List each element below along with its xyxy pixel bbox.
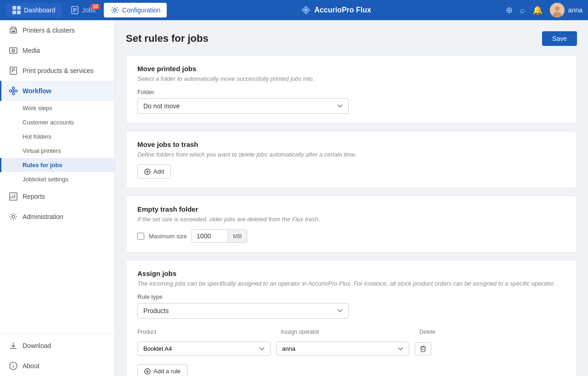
add-folder-button[interactable]: Add	[137, 164, 171, 179]
max-size-input-group: MB	[192, 229, 247, 243]
sidebar-item-printers-clusters[interactable]: Printers & clusters	[0, 20, 114, 40]
nav-tab-jobs[interactable]: Jobs 10	[64, 3, 102, 17]
max-size-row: Maximum size MB	[137, 229, 565, 243]
page-header: Set rules for jobs Save	[126, 31, 577, 46]
svg-rect-0	[12, 6, 16, 10]
sidebar-item-media[interactable]: Media	[0, 40, 114, 61]
sidebar-label-administration: Administration	[23, 213, 63, 220]
rule-type-select[interactable]: Products	[137, 303, 349, 319]
add-icon[interactable]: ⊕	[506, 5, 513, 15]
avatar-image	[550, 3, 565, 17]
page-title: Set rules for jobs	[126, 33, 209, 45]
max-size-label: Maximum size	[149, 233, 187, 240]
topnav-right: ⊕ ⌕ 🔔 anna	[506, 3, 582, 17]
nav-tab-configuration[interactable]: Configuration	[104, 3, 167, 17]
rule-type-label: Rule type	[137, 293, 565, 300]
operator-select[interactable]: anna	[276, 342, 409, 356]
brand-icon	[301, 6, 311, 15]
assign-jobs-title: Assign jobs	[137, 269, 565, 277]
nav-tab-configuration-label: Configuration	[122, 6, 160, 14]
sidebar-label-printers: Printers & clusters	[23, 27, 75, 34]
about-icon	[9, 361, 18, 370]
admin-icon	[9, 212, 18, 221]
workflow-subitems: Work steps Customer accounts Hot folders…	[0, 101, 114, 186]
svg-rect-13	[11, 31, 15, 32]
move-jobs-to-trash-desc: Define folders from which you want to de…	[137, 151, 565, 158]
media-icon	[9, 46, 18, 55]
card-assign-jobs: Assign jobs The incoming jobs can be spe…	[126, 260, 577, 376]
dashboard-icon	[12, 6, 21, 15]
nav-tab-dashboard[interactable]: Dashboard	[6, 3, 62, 17]
svg-rect-18	[10, 67, 17, 74]
sidebar-item-about[interactable]: About	[0, 356, 114, 376]
col-header-product: Product	[137, 329, 275, 335]
svg-point-17	[13, 50, 14, 51]
svg-point-35	[13, 364, 14, 365]
sidebar: Printers & clusters Media Print products…	[0, 20, 115, 376]
sidebar-label-reports: Reports	[23, 193, 45, 200]
sidebar-item-administration[interactable]: Administration	[0, 207, 114, 227]
max-size-unit: MB	[228, 230, 247, 243]
sidebar-sub-hot-folders[interactable]: Hot folders	[0, 129, 114, 144]
username: anna	[568, 6, 582, 14]
product-select[interactable]: Booklet A4	[137, 342, 271, 356]
sidebar-label-workflow: Workflow	[23, 87, 51, 95]
move-jobs-to-trash-title: Move jobs to trash	[137, 140, 565, 148]
sidebar-item-print-products[interactable]: Print products & services	[0, 61, 114, 81]
col-header-delete: Delete	[419, 329, 447, 335]
card-move-jobs-to-trash: Move jobs to trash Define folders from w…	[126, 131, 577, 188]
svg-point-32	[12, 215, 15, 218]
sidebar-item-workflow[interactable]: Workflow	[0, 81, 114, 101]
sidebar-sub-customer-accounts[interactable]: Customer accounts	[0, 115, 114, 129]
svg-rect-2	[12, 11, 16, 14]
folder-select[interactable]: Do not move	[137, 98, 349, 114]
empty-trash-title: Empty trash folder	[137, 205, 565, 213]
add-rule-circle-icon	[144, 368, 151, 375]
empty-trash-desc: If the set size is exceeded, older jobs …	[137, 216, 565, 223]
sidebar-sub-rules-for-jobs[interactable]: Rules for jobs	[0, 158, 114, 172]
max-size-input[interactable]	[192, 229, 228, 243]
jobs-badge: 10	[90, 4, 100, 10]
svg-point-24	[12, 93, 15, 95]
add-folder-label: Add	[153, 168, 164, 175]
printer-icon	[9, 26, 18, 35]
sidebar-sub-virtual-printers[interactable]: Virtual printers	[0, 144, 114, 158]
sidebar-item-download[interactable]: Download	[0, 336, 114, 356]
max-size-checkbox[interactable]	[137, 233, 144, 240]
svg-point-10	[555, 6, 560, 11]
notifications-icon[interactable]: 🔔	[532, 5, 543, 15]
sidebar-label-media: Media	[23, 47, 40, 54]
avatar	[550, 3, 565, 17]
app-brand: AccurioPro Flux	[169, 6, 503, 15]
sidebar-sub-jobticket-settings[interactable]: Jobticket settings	[0, 172, 114, 186]
user-menu[interactable]: anna	[550, 3, 582, 17]
col-header-operator: Assign operator	[281, 329, 414, 335]
add-rule-button[interactable]: Add a rule	[137, 364, 187, 376]
add-circle-icon	[144, 168, 151, 175]
search-icon[interactable]: ⌕	[520, 6, 525, 15]
move-printed-jobs-desc: Select a folder to automatically move su…	[137, 75, 565, 82]
print-products-icon	[9, 66, 18, 75]
svg-rect-1	[17, 6, 21, 10]
jobs-icon	[70, 6, 79, 15]
table-row: Booklet A4 anna	[137, 342, 565, 356]
topnav: Dashboard Jobs 10 Configuration AccurioP…	[0, 0, 588, 20]
svg-point-22	[10, 90, 12, 92]
assign-table: Product Assign operator Delete Booklet A…	[137, 326, 565, 356]
sidebar-sub-work-steps[interactable]: Work steps	[0, 101, 114, 115]
folder-label: Folder	[137, 89, 565, 95]
card-empty-trash: Empty trash folder If the set size is ex…	[126, 196, 577, 253]
sidebar-item-reports[interactable]: Reports	[0, 186, 114, 207]
svg-point-23	[12, 87, 15, 90]
card-move-printed-jobs: Move printed jobs Select a folder to aut…	[126, 55, 577, 123]
assign-table-header: Product Assign operator Delete	[137, 326, 565, 338]
move-printed-jobs-title: Move printed jobs	[137, 65, 565, 73]
delete-row-button[interactable]	[415, 342, 431, 355]
svg-point-25	[15, 90, 17, 92]
trash-icon	[420, 346, 426, 352]
download-icon	[9, 341, 18, 350]
sidebar-label-download: Download	[23, 342, 51, 349]
save-button[interactable]: Save	[542, 31, 577, 46]
reports-icon	[9, 192, 18, 201]
svg-rect-3	[17, 11, 21, 14]
